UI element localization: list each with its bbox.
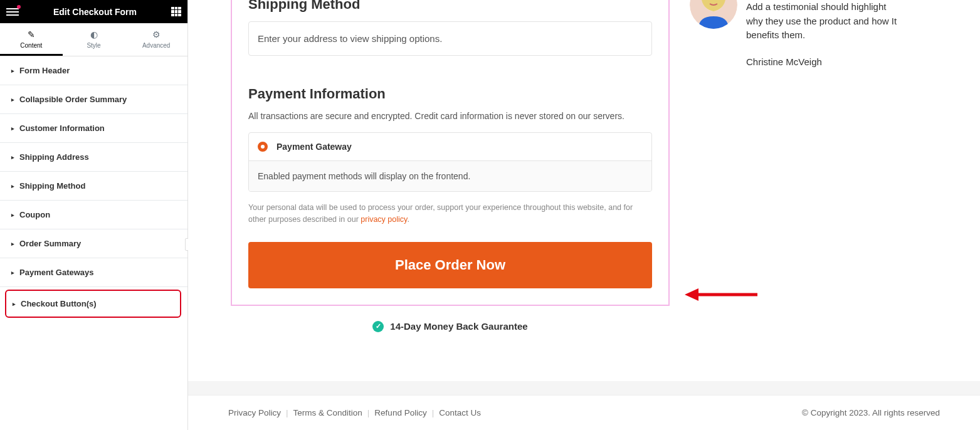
acc-label: Customer Information — [19, 123, 105, 133]
payment-title: Payment Information — [248, 86, 652, 102]
testimonial-text: Add a testimonial should highlight why t… — [746, 0, 903, 43]
payment-gateway-row[interactable]: Payment Gateway — [249, 133, 651, 161]
accordion: ▸Form Header ▸Collapsible Order Summary … — [0, 56, 187, 320]
testimonial-name: Christine McVeigh — [746, 56, 903, 67]
tab-label: Advanced — [142, 42, 170, 49]
caret-right-icon: ▸ — [11, 241, 14, 247]
acc-customer-information[interactable]: ▸Customer Information — [0, 114, 187, 143]
svg-marker-5 — [685, 288, 698, 301]
page-footer: Privacy Policy | Terms & Condition | Ref… — [188, 395, 980, 430]
gear-icon: ⚙ — [125, 29, 187, 39]
footer-links: Privacy Policy | Terms & Condition | Ref… — [228, 408, 481, 417]
tab-style[interactable]: ◐ Style — [63, 23, 125, 56]
footer-contact[interactable]: Contact Us — [439, 408, 481, 417]
caret-right-icon: ▸ — [11, 125, 14, 132]
hamburger-icon[interactable] — [6, 8, 19, 16]
payment-box: Payment Gateway Enabled payment methods … — [248, 132, 652, 192]
footer-terms[interactable]: Terms & Condition — [293, 408, 362, 417]
caret-right-icon: ▸ — [11, 97, 14, 103]
payment-gateway-label: Payment Gateway — [277, 142, 352, 152]
tab-label: Style — [87, 42, 100, 49]
place-order-button[interactable]: Place Order Now — [248, 242, 652, 288]
acc-label: Shipping Method — [19, 181, 85, 191]
caret-right-icon: ▸ — [13, 301, 16, 307]
preview-canvas: Shipping Method Enter your address to vi… — [188, 0, 980, 430]
acc-label: Shipping Address — [19, 152, 89, 162]
privacy-note: Your personal data will be used to proce… — [248, 202, 652, 226]
acc-label: Collapsible Order Summary — [19, 95, 127, 104]
editor-tabs: ✎ Content ◐ Style ⚙ Advanced — [0, 23, 187, 56]
editor-sidebar: Edit Checkout Form ✎ Content ◐ Style ⚙ A… — [0, 0, 188, 430]
annotation-arrow — [683, 285, 759, 307]
guarantee-text: 14-Day Money Back Gaurantee — [390, 321, 527, 332]
caret-right-icon: ▸ — [11, 183, 14, 189]
acc-label: Form Header — [19, 66, 70, 75]
panel-title: Edit Checkout Form — [53, 7, 137, 17]
acc-label: Payment Gateways — [19, 268, 94, 277]
avatar — [690, 0, 737, 29]
testimonial-block: Add a testimonial should highlight why t… — [690, 0, 903, 67]
acc-label: Order Summary — [19, 239, 81, 248]
acc-payment-gateways[interactable]: ▸Payment Gateways — [0, 258, 187, 287]
payment-desc: All transactions are secure and encrypte… — [248, 111, 652, 121]
acc-form-header[interactable]: ▸Form Header — [0, 56, 187, 85]
checkout-form-widget[interactable]: Shipping Method Enter your address to vi… — [231, 0, 670, 306]
acc-label: Checkout Button(s) — [21, 299, 97, 308]
acc-checkout-buttons[interactable]: ▸Checkout Button(s) — [5, 290, 181, 318]
caret-right-icon: ▸ — [11, 270, 14, 276]
pencil-icon: ✎ — [0, 29, 63, 39]
sidebar-header: Edit Checkout Form — [0, 0, 187, 23]
widgets-grid-icon[interactable] — [171, 7, 181, 17]
footer-refund[interactable]: Refund Policy — [374, 408, 426, 417]
acc-shipping-method[interactable]: ▸Shipping Method — [0, 172, 187, 201]
acc-collapsible-order-summary[interactable]: ▸Collapsible Order Summary — [0, 85, 187, 114]
acc-label: Coupon — [19, 210, 50, 219]
acc-shipping-address[interactable]: ▸Shipping Address — [0, 143, 187, 172]
acc-coupon[interactable]: ▸Coupon — [0, 201, 187, 229]
shipping-title: Shipping Method — [248, 0, 652, 13]
check-circle-icon: ✓ — [372, 321, 384, 332]
footer-privacy[interactable]: Privacy Policy — [228, 408, 281, 417]
payment-info-note: Enabled payment methods will display on … — [249, 161, 651, 191]
tab-content[interactable]: ✎ Content — [0, 23, 63, 56]
radio-icon[interactable] — [258, 142, 268, 152]
guarantee-row: ✓ 14-Day Money Back Gaurantee — [231, 321, 670, 332]
caret-right-icon: ▸ — [11, 154, 14, 160]
shipping-placeholder-box: Enter your address to view shipping opti… — [248, 21, 652, 56]
privacy-text: Your personal data will be used to proce… — [248, 203, 633, 224]
footer-copyright: © Copyright 2023. All rights reserved — [802, 408, 940, 417]
contrast-icon: ◐ — [63, 29, 125, 39]
tab-label: Content — [20, 42, 42, 49]
acc-order-summary[interactable]: ▸Order Summary — [0, 229, 187, 258]
tab-advanced[interactable]: ⚙ Advanced — [125, 23, 187, 56]
caret-right-icon: ▸ — [11, 68, 14, 74]
caret-right-icon: ▸ — [11, 212, 14, 218]
privacy-policy-link[interactable]: privacy policy — [361, 215, 407, 224]
